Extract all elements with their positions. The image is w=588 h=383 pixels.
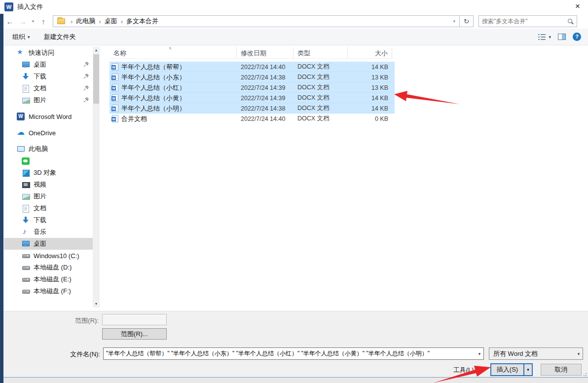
forward-button[interactable]: → (16, 17, 29, 26)
breadcrumb-chevron-icon: › (67, 18, 76, 25)
table-row[interactable]: 半年个人总结（帮帮） 2022/7/24 14:40 DOCX 文档 14 KB (110, 62, 395, 72)
breadcrumb[interactable]: › 此电脑 › 桌面 › 多文本合并 ▾ (53, 15, 460, 27)
back-button[interactable]: ← (3, 17, 16, 26)
scroll-up-icon[interactable]: ▴ (93, 47, 100, 54)
search-input[interactable] (482, 18, 567, 25)
file-name-cell: 半年个人总结（帮帮） (110, 63, 237, 72)
sidebar-item-downloads[interactable]: 下载 (4, 214, 93, 226)
sidebar-item-this-pc[interactable]: 此电脑 (4, 143, 93, 155)
table-row[interactable]: 合并文档 2022/7/24 14:40 DOCX 文档 0 KB (110, 114, 395, 124)
sidebar-item-downloads-pinned[interactable]: 下载 (4, 71, 93, 82)
sidebar-item-label: 文档 (34, 204, 46, 213)
new-folder-button[interactable]: 新建文件夹 (39, 33, 81, 41)
new-folder-label: 新建文件夹 (44, 33, 76, 41)
breadcrumb-desktop[interactable]: 桌面 (105, 17, 117, 26)
sidebar-item-wechat[interactable] (4, 155, 93, 167)
sidebar-item-pictures-pinned[interactable]: 图片 (4, 94, 93, 106)
file-rows: 半年个人总结（帮帮） 2022/7/24 14:40 DOCX 文档 14 KB… (110, 62, 395, 124)
file-name-cell: 半年个人总结（小东） (110, 73, 237, 82)
sidebar-item-label: 桌面 (34, 239, 46, 248)
filename-label: 文件名(N): (60, 350, 100, 359)
sidebar-item-label: Microsoft Word (29, 113, 72, 120)
sidebar-item-label: 图片 (34, 192, 46, 201)
document-icon (22, 84, 30, 92)
file-name: 合并文档 (121, 115, 147, 123)
file-name: 半年个人总结（小东） (121, 73, 185, 82)
sidebar-item-pictures[interactable]: 图片 (4, 191, 93, 202)
filename-input[interactable] (104, 350, 476, 357)
close-icon[interactable]: × (570, 0, 585, 12)
breadcrumb-this-pc[interactable]: 此电脑 (76, 17, 95, 26)
refresh-icon[interactable]: ↻ (460, 15, 474, 27)
sidebar-item-videos[interactable]: 视频 (4, 179, 93, 191)
dialog-titlebar: W 插入文件 × (0, 0, 588, 14)
scrollbar-thumb[interactable] (93, 54, 99, 104)
sidebar-item-desktop-pinned[interactable]: 桌面 (4, 59, 93, 71)
sidebar-item-label: OneDrive (29, 129, 56, 137)
sidebar-item-drive-c[interactable]: Windows10 (C:) (4, 250, 93, 262)
breadcrumb-chevron-icon: › (95, 18, 104, 25)
table-row[interactable]: 半年个人总结（小红） 2022/7/24 14:39 DOCX 文档 13 KB (110, 82, 395, 93)
file-name-cell: 半年个人总结（小明） (110, 104, 237, 113)
column-headers: ∧ 名称 修改日期 类型 大小 (110, 47, 395, 59)
main-area: 快速访问 桌面 下载 文档 图片 Microsoft Word On (3, 45, 588, 311)
table-row[interactable]: 半年个人总结（小黄） 2022/7/24 14:39 DOCX 文档 14 KB (110, 93, 395, 103)
tools-label: 工具(L) (453, 366, 474, 375)
column-header-name[interactable]: ∧ 名称 (110, 47, 237, 58)
sidebar-item-3d-objects[interactable]: 3D 对象 (4, 167, 93, 179)
sidebar-item-drive-f[interactable]: 本地磁盘 (F:) (4, 285, 93, 297)
column-header-size[interactable]: 大小 (348, 47, 392, 58)
sidebar-item-microsoft-word[interactable]: Microsoft Word (4, 111, 93, 122)
file-size: 14 KB (348, 95, 392, 102)
3d-objects-icon (22, 169, 30, 177)
range-button[interactable]: 范围(R)... (102, 328, 167, 340)
preview-pane-icon[interactable] (558, 34, 566, 40)
breadcrumb-current-folder[interactable]: 多文本合并 (126, 17, 158, 26)
filename-caret-icon[interactable]: ▾ (476, 351, 483, 356)
column-header-type[interactable]: 类型 (294, 47, 348, 58)
sidebar-item-onedrive[interactable]: OneDrive (4, 127, 93, 139)
download-icon (22, 216, 30, 224)
tools-button[interactable]: 工具(L) ▾ (448, 364, 485, 376)
file-name-cell: 半年个人总结（小红） (110, 83, 237, 92)
insert-split-button[interactable]: 插入(S) ▾ (490, 363, 533, 376)
file-size: 13 KB (348, 74, 392, 81)
resize-grip[interactable] (582, 371, 587, 376)
recent-locations-caret-icon[interactable]: ▾ (29, 19, 37, 24)
details-view-button[interactable]: ▾ (538, 34, 551, 40)
address-dropdown-icon[interactable]: ▾ (451, 19, 457, 24)
organize-button[interactable]: 组织 ▾ (7, 33, 35, 41)
filename-combobox[interactable]: ▾ (103, 347, 484, 360)
table-row[interactable]: 半年个人总结（小明） 2022/7/24 14:38 DOCX 文档 14 KB (110, 103, 395, 114)
sidebar-item-documents-pinned[interactable]: 文档 (4, 82, 93, 94)
table-row[interactable]: 半年个人总结（小东） 2022/7/24 14:38 DOCX 文档 13 KB (110, 72, 395, 82)
search-box[interactable] (478, 15, 577, 27)
filetype-caret-icon[interactable]: ▾ (575, 351, 583, 356)
sidebar-item-drive-e[interactable]: 本地磁盘 (E:) (4, 273, 93, 285)
file-name-cell: 合并文档 (110, 115, 237, 123)
insert-dropdown-icon[interactable]: ▾ (523, 364, 532, 375)
pin-icon (83, 74, 89, 79)
up-button[interactable]: ↑ (37, 17, 50, 26)
sidebar-item-quick-access[interactable]: 快速访问 (4, 47, 93, 59)
sidebar-item-drive-d[interactable]: 本地磁盘 (D:) (4, 262, 93, 273)
sidebar-item-music[interactable]: 音乐 (4, 226, 93, 238)
help-icon[interactable]: ? (573, 33, 581, 41)
view-controls: ▾ ? (538, 33, 588, 41)
filetype-combobox[interactable]: 所有 Word 文档 ▾ (489, 347, 583, 360)
insert-button[interactable]: 插入(S) (491, 364, 523, 375)
range-label: 范围(R): (62, 316, 99, 325)
scroll-down-icon[interactable]: ▾ (93, 301, 100, 307)
desktop-icon (22, 61, 30, 69)
cancel-button[interactable]: 取消 (541, 364, 582, 376)
sidebar-item-documents[interactable]: 文档 (4, 202, 93, 214)
file-date: 2022/7/24 14:39 (237, 95, 294, 102)
sidebar-item-desktop-selected[interactable]: 桌面 (4, 238, 93, 250)
sidebar-item-label: 本地磁盘 (F:) (34, 287, 71, 296)
file-name: 半年个人总结（小明） (121, 104, 185, 113)
sidebar-item-label: 本地磁盘 (E:) (34, 275, 72, 284)
sidebar-scrollbar[interactable]: ▴ ▾ (93, 47, 100, 307)
column-header-date[interactable]: 修改日期 (237, 47, 294, 58)
sidebar-item-label: 音乐 (34, 228, 46, 236)
breadcrumb-chevron-icon: › (117, 18, 126, 25)
